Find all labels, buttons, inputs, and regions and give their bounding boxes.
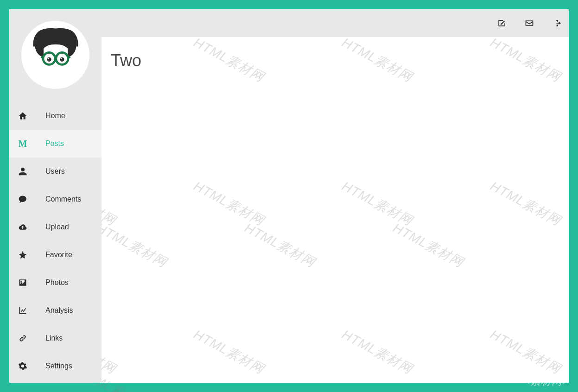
medium-icon: M (18, 139, 28, 149)
sidebar-item-label: Favorite (45, 251, 72, 259)
avatar[interactable] (21, 21, 89, 89)
cloud-upload-icon (18, 222, 28, 232)
app-container: Home M Posts Users Comments (9, 9, 569, 383)
sidebar-item-links[interactable]: Links (9, 324, 102, 352)
picture-icon (18, 278, 28, 288)
sidebar-item-label: Comments (45, 195, 81, 203)
footer-watermark: <素材网> (524, 374, 569, 388)
sidebar-item-home[interactable]: Home (9, 102, 102, 130)
sidebar-item-label: Analysis (45, 306, 73, 315)
sidebar-item-label: Settings (45, 362, 72, 370)
topbar (102, 9, 569, 37)
sidebar-item-users[interactable]: Users (9, 158, 102, 185)
nav-list: Home M Posts Users Comments (9, 102, 102, 380)
sidebar-item-label: Upload (45, 223, 69, 231)
avatar-wrapper (9, 9, 102, 94)
sidebar-item-label: Posts (45, 139, 64, 148)
sidebar-item-label: Home (45, 112, 65, 120)
svg-point-6 (60, 57, 64, 61)
avatar-image (25, 25, 86, 85)
sidebar-item-favorite[interactable]: Favorite (9, 241, 102, 269)
chart-icon (18, 305, 28, 316)
sidebar-item-comments[interactable]: Comments (9, 185, 102, 213)
sign-out-icon[interactable] (553, 19, 562, 28)
svg-point-8 (60, 58, 62, 59)
edit-icon[interactable] (497, 19, 506, 28)
star-icon (18, 250, 28, 260)
envelope-icon[interactable] (525, 19, 534, 28)
sidebar-item-label: Links (45, 334, 63, 342)
sidebar-item-label: Users (45, 167, 65, 176)
main: Two (102, 9, 569, 383)
page-title: Two (111, 51, 559, 70)
sidebar-item-settings[interactable]: Settings (9, 352, 102, 380)
user-icon (18, 166, 28, 177)
sidebar-item-upload[interactable]: Upload (9, 213, 102, 241)
home-icon (18, 111, 28, 121)
content: Two (102, 37, 569, 383)
link-icon (18, 333, 28, 343)
gear-icon (18, 361, 28, 371)
svg-point-5 (47, 57, 51, 61)
sidebar-item-photos[interactable]: Photos (9, 269, 102, 297)
svg-line-3 (41, 57, 43, 57)
svg-point-7 (47, 58, 49, 59)
svg-line-4 (68, 57, 70, 57)
sidebar-item-posts[interactable]: M Posts (9, 130, 102, 158)
comment-icon (18, 194, 28, 204)
sidebar: Home M Posts Users Comments (9, 9, 102, 383)
sidebar-item-analysis[interactable]: Analysis (9, 297, 102, 324)
sidebar-item-label: Photos (45, 278, 69, 287)
